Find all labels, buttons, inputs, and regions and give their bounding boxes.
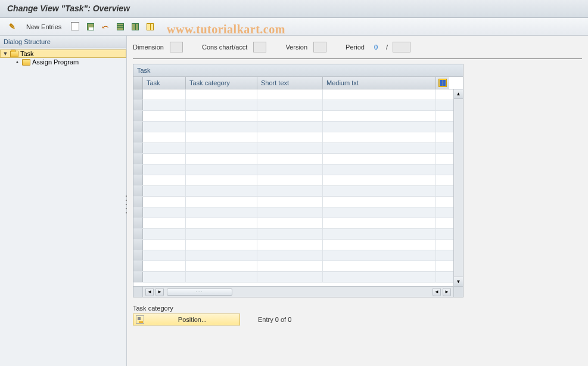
main-area: Dialog Structure ▼ Task • Assign Program… <box>0 36 588 366</box>
sidebar: Dialog Structure ▼ Task • Assign Program <box>0 36 127 366</box>
table-settings-icon[interactable] <box>438 79 447 87</box>
table-row[interactable] <box>133 207 453 218</box>
grid-body: ▲ ▼ <box>133 89 463 286</box>
table-row[interactable] <box>133 122 453 132</box>
horizontal-scrollbar[interactable]: ◄ ► ··· ◄ ► <box>133 286 463 297</box>
splitter-handle[interactable] <box>125 194 128 215</box>
deselect-icon[interactable] <box>144 21 156 33</box>
row-selector[interactable] <box>133 218 143 228</box>
scroll-right-step-icon[interactable]: ► <box>155 288 164 296</box>
row-selector[interactable] <box>133 272 143 282</box>
new-entries-button[interactable]: New Entries <box>21 21 67 32</box>
parameter-row: Dimension Cons chart/acct Version Period… <box>133 39 582 59</box>
row-selector[interactable] <box>133 229 143 239</box>
period-label: Period <box>346 44 365 51</box>
row-selector[interactable] <box>133 154 143 164</box>
row-header-stub[interactable] <box>133 77 143 89</box>
title-bar: Change View "Task": Overview <box>0 0 588 18</box>
position-button[interactable]: Position... <box>133 314 240 325</box>
scroll-down-icon[interactable]: ▼ <box>454 277 463 286</box>
content-area: Dimension Cons chart/acct Version Period… <box>127 36 588 366</box>
table-row[interactable] <box>133 229 453 240</box>
tree-expander-icon[interactable]: ▼ <box>2 51 8 57</box>
scroll-left-icon[interactable]: ◄ <box>145 288 154 296</box>
period-separator: / <box>386 44 388 51</box>
row-selector[interactable] <box>133 132 143 142</box>
period-value-a: 0 <box>371 44 381 51</box>
table-row[interactable] <box>133 272 453 283</box>
dialog-structure-tree: ▼ Task • Assign Program <box>0 48 126 67</box>
task-grid-group: Task Task Task category Short text Mediu… <box>133 64 463 297</box>
column-header-short-text[interactable]: Short text <box>257 77 323 89</box>
grid-header-row: Task Task category Short text Medium txt <box>133 77 463 89</box>
row-selector[interactable] <box>133 122 143 132</box>
row-selector[interactable] <box>133 165 143 175</box>
row-selector[interactable] <box>133 143 143 153</box>
tree-bullet-icon: • <box>14 58 20 66</box>
copy-icon[interactable] <box>70 21 82 33</box>
position-button-label: Position... <box>148 316 237 323</box>
select-all-icon[interactable] <box>114 21 126 33</box>
row-selector[interactable] <box>133 240 143 250</box>
sidebar-header: Dialog Structure <box>0 36 126 48</box>
folder-open-icon <box>10 51 18 57</box>
table-row[interactable] <box>133 250 453 261</box>
select-block-icon[interactable] <box>129 21 141 33</box>
task-grid: Task Task category Short text Medium txt <box>133 77 463 297</box>
page-title: Change View "Task": Overview <box>7 4 581 13</box>
column-header-medium-txt[interactable]: Medium txt <box>323 77 436 89</box>
entry-count-text: Entry 0 of 0 <box>258 316 291 323</box>
task-category-label: Task category <box>133 305 582 312</box>
row-selector[interactable] <box>133 100 143 110</box>
tree-item-label: Task <box>20 50 34 57</box>
cons-chart-input[interactable] <box>253 42 266 52</box>
table-row[interactable] <box>133 261 453 272</box>
version-input[interactable] <box>313 42 326 52</box>
column-config-cell <box>436 77 449 89</box>
vertical-scrollbar[interactable]: ▲ ▼ <box>453 89 463 286</box>
toolbar: ✎ New Entries ⤺ <box>0 18 588 36</box>
table-row[interactable] <box>133 240 453 250</box>
row-selector[interactable] <box>133 89 143 100</box>
table-row[interactable] <box>133 132 453 143</box>
folder-icon <box>22 59 30 66</box>
period-input-b[interactable] <box>393 42 410 52</box>
footer-area: Task category Position... Entry 0 of 0 <box>133 305 582 325</box>
row-selector[interactable] <box>133 207 143 218</box>
scroll-left-end-icon[interactable]: ◄ <box>433 288 441 296</box>
row-selector[interactable] <box>133 175 143 185</box>
row-selector[interactable] <box>133 250 143 260</box>
grid-group-title: Task <box>133 64 463 77</box>
cons-chart-label: Cons chart/acct <box>202 44 247 51</box>
table-row[interactable] <box>133 100 453 111</box>
row-selector[interactable] <box>133 111 143 121</box>
table-row[interactable] <box>133 154 453 165</box>
row-selector[interactable] <box>133 186 143 196</box>
tree-item-task[interactable]: ▼ Task <box>0 49 126 58</box>
version-label: Version <box>285 44 307 51</box>
hscroll-thumb[interactable]: ··· <box>167 289 232 296</box>
vscroll-track[interactable] <box>454 99 463 277</box>
grid-rows-container <box>133 89 453 286</box>
position-lookup-icon <box>136 315 144 324</box>
table-row[interactable] <box>133 165 453 175</box>
tree-item-assign-program[interactable]: • Assign Program <box>0 58 126 66</box>
column-header-task[interactable]: Task <box>143 77 186 89</box>
table-row[interactable] <box>133 143 453 154</box>
scroll-right-icon[interactable]: ► <box>443 288 451 296</box>
dimension-label: Dimension <box>133 44 164 51</box>
table-row[interactable] <box>133 186 453 197</box>
scroll-up-icon[interactable]: ▲ <box>454 89 463 99</box>
column-header-task-category[interactable]: Task category <box>186 77 257 89</box>
dimension-input[interactable] <box>170 42 183 52</box>
row-selector[interactable] <box>133 261 143 271</box>
save-variant-icon[interactable] <box>85 21 97 33</box>
edit-icon[interactable]: ✎ <box>6 21 18 33</box>
table-row[interactable] <box>133 197 453 207</box>
undo-icon[interactable]: ⤺ <box>99 21 111 33</box>
table-row[interactable] <box>133 218 453 229</box>
table-row[interactable] <box>133 111 453 122</box>
table-row[interactable] <box>133 175 453 186</box>
row-selector[interactable] <box>133 197 143 207</box>
table-row[interactable] <box>133 89 453 100</box>
